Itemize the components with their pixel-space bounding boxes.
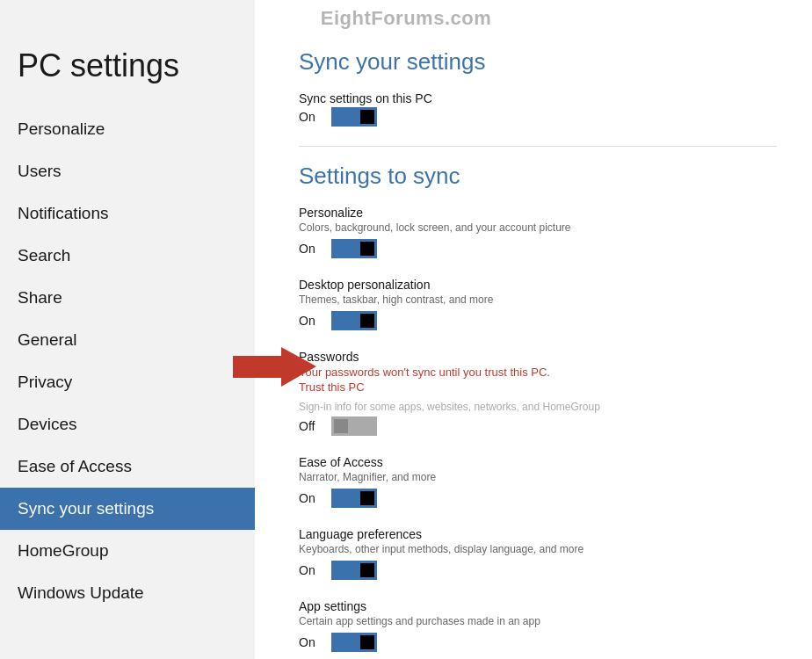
setting-language-preferences: Language preferences Keyboards, other in…	[299, 527, 777, 580]
sidebar-item-share[interactable]: Share	[0, 277, 255, 319]
sync-section: Sync your settings Sync settings on this…	[299, 48, 777, 127]
sidebar: PC settings Personalize Users Notificati…	[0, 0, 255, 659]
sync-on-pc-toggle[interactable]	[331, 107, 377, 127]
setting-app-settings: App settings Certain app settings and pu…	[299, 599, 777, 652]
sidebar-item-personalize[interactable]: Personalize	[0, 108, 255, 150]
svg-marker-0	[233, 347, 316, 387]
language-preferences-label: Language preferences	[299, 527, 777, 541]
sync-on-pc-group: Sync settings on this PC On	[299, 91, 777, 127]
setting-ease-of-access: Ease of Access Narrator, Magnifier, and …	[299, 455, 777, 508]
sidebar-item-homegroup[interactable]: HomeGroup	[0, 530, 255, 572]
sidebar-item-users[interactable]: Users	[0, 150, 255, 192]
sync-on-pc-state: On	[299, 110, 321, 124]
desktop-personalization-row: On	[299, 311, 777, 330]
passwords-warning: Your passwords won't sync until you trus…	[299, 366, 777, 379]
personalize-desc: Colors, background, lock screen, and you…	[299, 221, 777, 234]
setting-desktop-personalization: Desktop personalization Themes, taskbar,…	[299, 278, 777, 330]
sync-on-pc-row: On	[299, 107, 777, 127]
arrow-icon	[233, 343, 316, 391]
main-content: Sync your settings Sync settings on this…	[255, 0, 812, 659]
sidebar-item-privacy[interactable]: Privacy	[0, 361, 255, 403]
settings-to-sync-section: Settings to sync Personalize Colors, bac…	[299, 163, 777, 659]
trust-link[interactable]: Trust this PC	[299, 380, 777, 394]
sidebar-item-ease-of-access[interactable]: Ease of Access	[0, 445, 255, 488]
language-preferences-desc: Keyboards, other input methods, display …	[299, 543, 777, 555]
desktop-personalization-state: On	[299, 314, 321, 328]
settings-to-sync-title: Settings to sync	[299, 163, 777, 190]
ease-of-access-row: On	[299, 489, 777, 508]
personalize-state: On	[299, 242, 321, 256]
personalize-label: Personalize	[299, 206, 777, 220]
ease-of-access-desc: Narrator, Magnifier, and more	[299, 471, 777, 483]
app-settings-row: On	[299, 633, 777, 652]
language-preferences-row: On	[299, 561, 777, 580]
passwords-state: Off	[299, 419, 321, 433]
language-preferences-toggle[interactable]	[331, 561, 377, 580]
passwords-subdesc: Sign-in info for some apps, websites, ne…	[299, 401, 777, 413]
sidebar-item-windows-update[interactable]: Windows Update	[0, 572, 255, 614]
personalize-toggle[interactable]	[331, 239, 377, 258]
app-settings-label: App settings	[299, 599, 777, 613]
ease-of-access-toggle[interactable]	[331, 489, 377, 508]
sync-on-pc-label: Sync settings on this PC	[299, 91, 777, 105]
desktop-personalization-toggle[interactable]	[331, 311, 377, 330]
setting-passwords: Passwords Your passwords won't sync unti…	[299, 350, 777, 436]
arrow-annotation	[233, 343, 316, 395]
sidebar-item-sync-your-settings[interactable]: Sync your settings	[0, 488, 255, 530]
ease-of-access-label: Ease of Access	[299, 455, 777, 469]
sidebar-item-notifications[interactable]: Notifications	[0, 192, 255, 235]
desktop-personalization-label: Desktop personalization	[299, 278, 777, 292]
passwords-toggle[interactable]	[331, 416, 377, 436]
passwords-row: Off	[299, 416, 777, 436]
sidebar-item-general[interactable]: General	[0, 319, 255, 361]
ease-of-access-state: On	[299, 491, 321, 505]
sidebar-item-devices[interactable]: Devices	[0, 403, 255, 445]
personalize-row: On	[299, 239, 777, 258]
language-preferences-state: On	[299, 563, 321, 577]
app-title: PC settings	[0, 48, 255, 108]
watermark: EightForums.com	[321, 7, 492, 30]
divider-1	[299, 146, 777, 147]
sync-section-title: Sync your settings	[299, 48, 777, 76]
setting-personalize: Personalize Colors, background, lock scr…	[299, 206, 777, 258]
desktop-personalization-desc: Themes, taskbar, high contrast, and more	[299, 293, 777, 306]
app-settings-state: On	[299, 635, 321, 649]
app-settings-toggle[interactable]	[331, 633, 377, 652]
app-settings-desc: Certain app settings and purchases made …	[299, 615, 777, 627]
sidebar-item-search[interactable]: Search	[0, 235, 255, 277]
passwords-label: Passwords	[299, 350, 777, 364]
